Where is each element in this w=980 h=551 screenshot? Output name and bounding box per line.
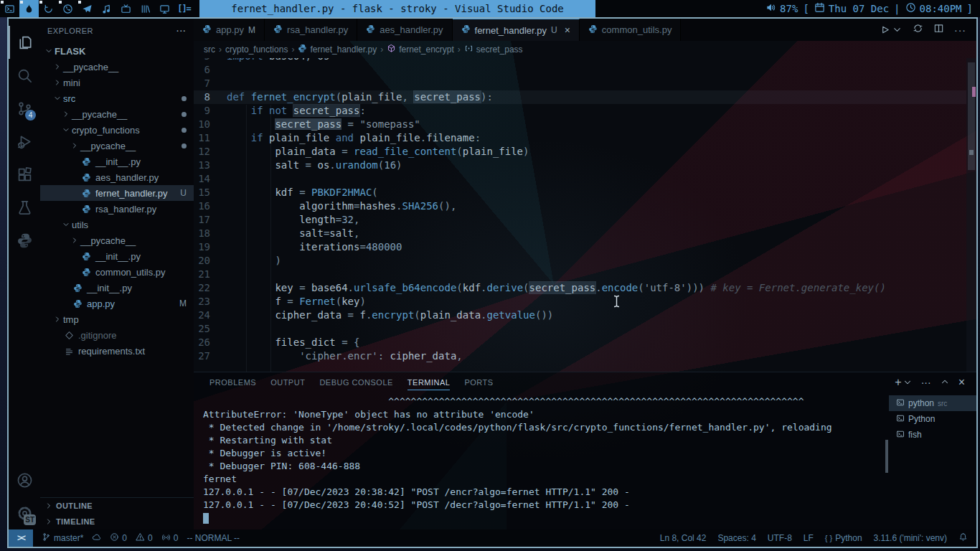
tree-item-utils[interactable]: utils xyxy=(40,217,194,232)
tab-common_utils-py[interactable]: common_utils.py xyxy=(580,19,682,41)
sidebar-section-outline[interactable]: OUTLINE xyxy=(40,498,194,514)
terminal-output[interactable]: ^^^^^^^^^^^^^^^^^^^^^^^^^^^^^^^^^^^^^^^^… xyxy=(194,392,885,529)
status-cursor-position[interactable]: Ln 8, Col 42 xyxy=(657,533,710,543)
status-language-mode[interactable]: { }Python xyxy=(822,533,865,543)
tree-item-tmp[interactable]: tmp xyxy=(40,311,194,327)
tree-item--pycache-[interactable]: __pycache__ xyxy=(40,232,194,248)
panel-tab-debug-console[interactable]: DEBUG CONSOLE xyxy=(314,372,398,392)
breadcrumb-item-fernet_handler-py[interactable]: fernet_handler.py xyxy=(298,44,377,55)
terminal-session-python[interactable]: python src xyxy=(889,395,976,411)
activity-run-debug-icon[interactable] xyxy=(9,125,40,158)
status-warnings[interactable]: 0 xyxy=(131,529,157,547)
tree-item-common-utils-py[interactable]: common_utils.py xyxy=(40,264,194,280)
terminal-tray-icon[interactable] xyxy=(0,0,19,17)
tree-item-label: __init__.py xyxy=(87,283,132,293)
tab-close-icon[interactable]: × xyxy=(565,24,570,36)
whatsapp-tray-icon[interactable] xyxy=(58,0,77,17)
tree-item--pycache-[interactable]: __pycache__ xyxy=(40,59,194,75)
code-text: length=32, xyxy=(227,213,359,227)
run-python-file-button[interactable] xyxy=(880,24,903,35)
tree-item-flask[interactable]: FLASK xyxy=(40,43,194,59)
panel-actions: +···× xyxy=(895,376,976,389)
session-detail: src xyxy=(938,400,947,408)
editor-scrollbar[interactable] xyxy=(966,58,976,372)
activity-python-icon[interactable] xyxy=(9,224,40,257)
status-python-interpreter[interactable]: 3.11.6 ('mini': venv) xyxy=(871,533,950,543)
tree-item--gitignore[interactable]: .gitignore xyxy=(40,327,194,343)
telegram-tray-icon[interactable] xyxy=(77,0,97,17)
status-indentation[interactable]: Spaces: 4 xyxy=(715,533,758,543)
layout-tray-icon[interactable]: []= xyxy=(174,0,194,17)
tree-item--init-py[interactable]: __init__.py xyxy=(40,280,194,296)
status-eol[interactable]: LF xyxy=(801,533,816,543)
activity-search-icon[interactable] xyxy=(9,59,40,92)
status-errors[interactable]: 0 xyxy=(105,529,131,547)
code-line-25: 25 xyxy=(194,322,966,336)
tree-item--init-py[interactable]: __init__.py xyxy=(40,154,194,169)
explorer-more-icon[interactable]: ··· xyxy=(176,27,187,35)
activity-settings-icon[interactable]: ST xyxy=(9,496,40,529)
activity-accounts-icon[interactable] xyxy=(9,463,40,496)
activity-testing-icon[interactable] xyxy=(9,191,40,224)
code-line-11: 11 if plain_file and plain_file.filename… xyxy=(194,131,966,145)
status-encoding[interactable]: UTF-8 xyxy=(765,533,795,543)
tree-item-crypto-functions[interactable]: crypto_functions xyxy=(40,122,194,138)
panel-tab-ports[interactable]: PORTS xyxy=(458,372,499,392)
tab-aes_handler-py[interactable]: aes_handler.py xyxy=(357,19,452,41)
music-tray-icon[interactable] xyxy=(97,0,116,17)
monitor-tray-icon[interactable] xyxy=(155,0,174,17)
tree-item-fernet-handler-py[interactable]: fernet_handler.pyU xyxy=(40,185,194,201)
breadcrumb-item-fernet_encrypt[interactable]: fernet_encrypt xyxy=(387,44,454,55)
breadcrumb-separator: › xyxy=(380,44,383,55)
tree-item-src[interactable]: src xyxy=(40,90,194,106)
code-editor[interactable]: 5import base64, os678def fernet_encrypt(… xyxy=(194,58,966,372)
tv-tray-icon[interactable] xyxy=(116,0,136,17)
panel-more-actions-icon[interactable]: ··· xyxy=(921,377,931,388)
tree-item-rsa-handler-py[interactable]: rsa_handler.py xyxy=(40,201,194,217)
terminal-session-python[interactable]: Python xyxy=(889,411,976,427)
status-remote-indicator[interactable]: >< xyxy=(9,529,33,547)
activity-source-control-icon[interactable]: 4 xyxy=(9,92,40,125)
activity-extensions-icon[interactable] xyxy=(9,158,40,191)
maximize-panel-icon[interactable] xyxy=(940,377,950,389)
breadcrumb-item-src[interactable]: src xyxy=(204,44,215,55)
flame-tray-icon[interactable] xyxy=(19,0,39,17)
activity-explorer-icon[interactable] xyxy=(9,26,40,59)
tree-item-label: __init__.py xyxy=(95,251,141,262)
status-ports[interactable]: 0 xyxy=(157,529,183,547)
tree-item-app-py[interactable]: app.pyM xyxy=(40,296,194,311)
new-terminal-button[interactable]: + xyxy=(895,376,912,389)
tab-fernet_handler-py[interactable]: fernet_handler.pyU× xyxy=(453,19,580,41)
breadcrumb-item-secret_pass[interactable]: secret_pass xyxy=(464,44,523,55)
sidebar-section-timeline[interactable]: TIMELINE xyxy=(40,514,194,529)
tree-item-badge xyxy=(182,96,187,101)
tree-item--init-py[interactable]: __init__.py xyxy=(40,248,194,264)
sync-changes-icon[interactable] xyxy=(913,23,923,37)
status-notifications[interactable] xyxy=(956,532,971,544)
terminal-session-fish[interactable]: fish xyxy=(889,427,976,443)
status-vim-mode[interactable]: -- NORMAL -- xyxy=(182,529,244,547)
tab-app-py[interactable]: app.pyM xyxy=(194,19,265,41)
tab-rsa_handler-py[interactable]: rsa_handler.py xyxy=(265,19,357,41)
status-publish[interactable] xyxy=(88,529,105,547)
breadcrumb-item-crypto_functions[interactable]: crypto_functions xyxy=(225,44,288,55)
refresh-tray-icon[interactable] xyxy=(39,0,58,17)
chevron-right-icon xyxy=(52,315,63,324)
tree-item--pycache-[interactable]: __pycache__ xyxy=(40,138,194,154)
tree-item-aes-handler-py[interactable]: aes_handler.py xyxy=(40,169,194,185)
bracket: ] xyxy=(967,3,973,14)
terminal-scrollbar[interactable] xyxy=(885,392,889,529)
panel-tab-terminal[interactable]: TERMINAL xyxy=(402,372,456,392)
status-git-branch[interactable]: master* xyxy=(37,529,88,547)
editor-more-actions-icon[interactable]: ··· xyxy=(954,24,966,36)
close-panel-icon[interactable]: × xyxy=(958,376,965,389)
books-tray-icon[interactable] xyxy=(136,0,155,17)
mouse-text-cursor xyxy=(613,295,621,311)
tree-item-requirements-txt[interactable]: requirements.txt xyxy=(40,343,194,359)
line-number: 9 xyxy=(194,104,227,118)
split-editor-icon[interactable] xyxy=(933,23,944,37)
panel-tab-problems[interactable]: PROBLEMS xyxy=(204,372,262,392)
panel-tab-output[interactable]: OUTPUT xyxy=(265,372,311,392)
tree-item-mini[interactable]: mini xyxy=(40,75,194,90)
tree-item--pycache-[interactable]: __pycache__ xyxy=(40,106,194,122)
